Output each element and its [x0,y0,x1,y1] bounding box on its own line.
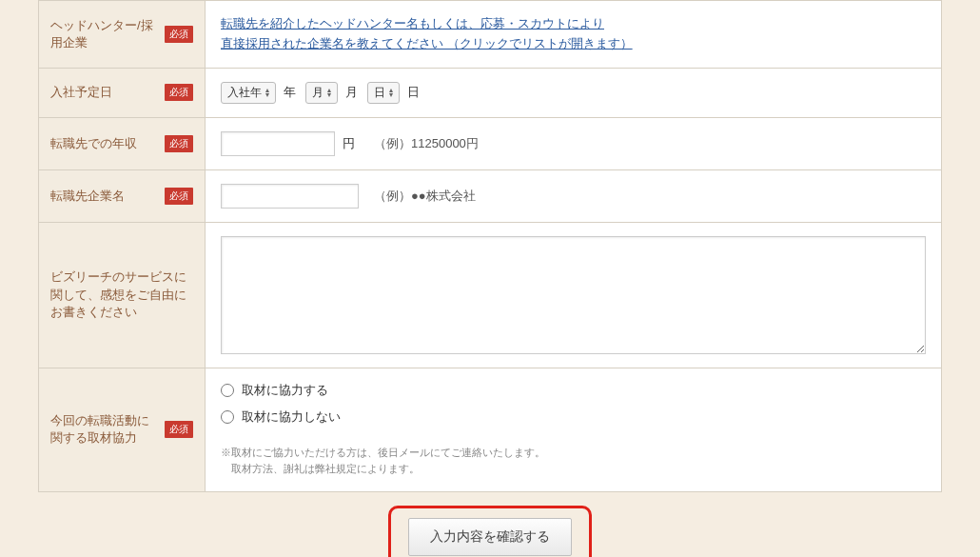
input-cell-salary: 円 （例）11250000円 [206,118,941,169]
coverage-note: ※取材にご協力いただける方は、後日メールにてご連絡いたします。 取材方法、謝礼は… [221,445,926,478]
year-select[interactable]: 入社年 ▴▾ [221,82,276,104]
row-salary: 転職先での年収 必須 円 （例）11250000円 [39,118,941,170]
coverage-yes-option[interactable]: 取材に協力する [221,382,926,399]
coverage-note-line2: 取材方法、謝礼は弊社規定によります。 [221,463,420,474]
salary-example: （例）11250000円 [374,135,479,152]
day-select[interactable]: 日 ▴▾ [367,82,400,104]
label-cell-start-date: 入社予定日 必須 [39,69,206,117]
row-start-date: 入社予定日 必須 入社年 ▴▾ 年 月 ▴▾ 月 日 ▴▾ 日 [39,69,941,118]
day-unit: 日 [407,84,420,101]
input-cell-feedback [206,223,941,368]
label-start-date: 入社予定日 [50,84,157,101]
company-input[interactable] [221,184,359,209]
year-unit: 年 [284,84,296,101]
month-select-value: 月 [312,85,323,101]
input-cell-coverage: 取材に協力する 取材に協力しない ※取材にご協力いただける方は、後日メールにてご… [206,368,941,491]
label-cell-company: 転職先企業名 必須 [39,170,206,222]
coverage-note-line1: ※取材にご協力いただける方は、後日メールにてご連絡いたします。 [221,447,545,458]
month-select[interactable]: 月 ▴▾ [305,82,338,104]
salary-unit: 円 [343,135,355,152]
year-select-value: 入社年 [227,85,262,101]
label-company: 転職先企業名 [50,188,157,205]
headhunter-link-line2: 直接採用された企業名を教えてください （クリックでリストが開きます） [221,34,633,54]
row-coverage: 今回の転職活動に関する取材協力 必須 取材に協力する 取材に協力しない ※取材に… [39,368,941,491]
required-badge: 必須 [165,135,193,152]
input-cell-company: （例）●●株式会社 [206,170,941,222]
label-headhunter: ヘッドハンター/採用企業 [50,17,157,51]
label-cell-headhunter: ヘッドハンター/採用企業 必須 [39,1,206,68]
day-select-value: 日 [374,85,385,101]
required-badge: 必須 [165,421,193,438]
coverage-yes-label: 取材に協力する [242,382,328,399]
select-arrows-icon: ▴▾ [327,88,331,98]
label-feedback: ビズリーチのサービスに関して、感想をご自由にお書きください [50,269,193,321]
label-cell-feedback: ビズリーチのサービスに関して、感想をご自由にお書きください [39,223,206,368]
submit-highlight: 入力内容を確認する [388,506,592,557]
coverage-no-label: 取材に協力しない [242,408,341,426]
headhunter-link-line1: 転職先を紹介したヘッドハンター名もしくは、応募・スカウトにより [221,16,604,30]
feedback-textarea[interactable] [221,236,926,354]
input-cell-headhunter: 転職先を紹介したヘッドハンター名もしくは、応募・スカウトにより 直接採用された企… [206,1,941,68]
month-unit: 月 [345,84,358,101]
required-badge: 必須 [165,84,193,101]
confirm-button[interactable]: 入力内容を確認する [408,518,572,556]
company-example: （例）●●株式会社 [374,188,476,205]
coverage-radio-group: 取材に協力する 取材に協力しない ※取材にご協力いただける方は、後日メールにてご… [221,382,926,478]
select-arrows-icon: ▴▾ [389,88,393,98]
coverage-no-radio[interactable] [221,410,234,424]
required-badge: 必須 [165,26,193,43]
row-company: 転職先企業名 必須 （例）●●株式会社 [39,170,941,223]
form-container: ヘッドハンター/採用企業 必須 転職先を紹介したヘッドハンター名もしくは、応募・… [38,0,942,492]
headhunter-selector-link[interactable]: 転職先を紹介したヘッドハンター名もしくは、応募・スカウトにより 直接採用された企… [221,14,633,54]
select-arrows-icon: ▴▾ [265,88,269,98]
required-badge: 必須 [165,188,193,205]
submit-area: 入力内容を確認する [38,492,942,557]
salary-input[interactable] [221,131,335,156]
coverage-no-option[interactable]: 取材に協力しない [221,408,926,426]
row-feedback: ビズリーチのサービスに関して、感想をご自由にお書きください [39,223,941,368]
label-salary: 転職先での年収 [50,135,157,152]
label-coverage: 今回の転職活動に関する取材協力 [50,412,157,447]
row-headhunter: ヘッドハンター/採用企業 必須 転職先を紹介したヘッドハンター名もしくは、応募・… [39,1,941,69]
label-cell-coverage: 今回の転職活動に関する取材協力 必須 [39,368,206,491]
coverage-yes-radio[interactable] [221,384,234,397]
input-cell-start-date: 入社年 ▴▾ 年 月 ▴▾ 月 日 ▴▾ 日 [206,69,941,117]
label-cell-salary: 転職先での年収 必須 [39,118,206,169]
